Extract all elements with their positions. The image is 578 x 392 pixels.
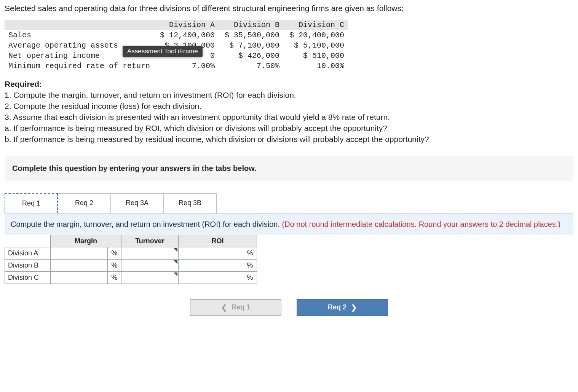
tab-instruction-main: Compute the margin, turnover, and return…: [11, 220, 282, 228]
row-minrate-b: 7.50%: [219, 61, 283, 71]
margin-c-unit: %: [108, 271, 121, 284]
answer-corner: [5, 235, 51, 247]
col-header-a: Division A: [154, 20, 219, 30]
required-line-3a: a. If performance is being measured by R…: [5, 123, 573, 134]
roi-a-input[interactable]: [179, 247, 243, 259]
answer-row-b-label: Division B: [5, 259, 51, 271]
row-assets-c: $ 5,100,000: [283, 40, 348, 51]
row-sales-b: $ 35,500,000: [219, 30, 283, 40]
roi-b-unit: %: [243, 259, 257, 271]
blank-header: [5, 20, 154, 30]
tabs-row: Req 1 Req 2 Req 3A Req 3B: [5, 193, 573, 214]
required-line-3b: b. If performance is being measured by r…: [5, 134, 573, 145]
tab-req2[interactable]: Req 2: [57, 193, 111, 214]
chevron-right-icon: ❯: [351, 303, 357, 312]
row-assets-b: $ 7,100,000: [219, 40, 283, 51]
margin-a-input[interactable]: [51, 247, 107, 259]
next-button[interactable]: Req 2 ❯: [297, 299, 388, 316]
required-line-1: 1. Compute the margin, turnover, and ret…: [5, 90, 573, 101]
row-minrate-a: 7.00%: [154, 61, 219, 71]
row-sales-a: $ 12,400,000: [154, 30, 219, 40]
margin-b-input[interactable]: [51, 260, 107, 271]
roi-b-input[interactable]: [179, 260, 243, 271]
row-noi-c: $ 510,000: [283, 51, 348, 61]
required-header: Required:: [5, 79, 573, 90]
turnover-c-input[interactable]: [121, 272, 178, 283]
required-line-2: 2. Compute the residual income (loss) fo…: [5, 101, 573, 112]
col-header-b: Division B: [219, 20, 283, 30]
prev-button-label: Req 1: [232, 303, 250, 311]
required-line-3: 3. Assume that each division is presente…: [5, 112, 573, 123]
table-row: Division A % %: [5, 247, 257, 259]
tab-req3b[interactable]: Req 3B: [163, 193, 217, 214]
answer-row-a-label: Division A: [5, 247, 51, 259]
tab-instruction: Compute the margin, turnover, and return…: [5, 214, 573, 235]
roi-c-input[interactable]: [179, 272, 243, 283]
answer-header-turnover: Turnover: [121, 235, 179, 247]
chevron-left-icon: ❮: [221, 303, 227, 312]
tab-req3a[interactable]: Req 3A: [110, 193, 164, 214]
row-minrate-c: 10.00%: [283, 61, 348, 71]
answer-table: Margin Turnover ROI Division A % % Divis…: [5, 235, 257, 284]
answer-header-margin: Margin: [51, 235, 121, 247]
row-minrate-label: Minimum required rate of return: [5, 61, 154, 71]
row-noi-b: $ 426,000: [219, 51, 283, 61]
instruction-band: Complete this question by entering your …: [5, 156, 573, 181]
nav-row: ❮ Req 1 Req 2 ❯: [5, 299, 573, 316]
tab-req1[interactable]: Req 1: [5, 193, 58, 214]
row-sales-label: Sales: [5, 30, 154, 40]
answer-row-c-label: Division C: [5, 271, 51, 284]
margin-b-unit: %: [108, 259, 121, 271]
turnover-b-input[interactable]: [121, 260, 178, 271]
intro-text: Selected sales and operating data for th…: [5, 4, 573, 13]
row-sales-c: $ 20,400,000: [283, 30, 348, 40]
col-header-c: Division C: [283, 20, 348, 30]
next-button-label: Req 2: [328, 303, 346, 311]
turnover-a-input[interactable]: [121, 247, 178, 259]
margin-c-input[interactable]: [51, 272, 107, 283]
answer-header-roi: ROI: [179, 235, 257, 247]
roi-a-unit: %: [243, 247, 257, 259]
margin-a-unit: %: [108, 247, 121, 259]
table-row: Division B % %: [5, 259, 257, 271]
roi-c-unit: %: [243, 271, 257, 284]
iframe-tooltip: Assessment Tool iFrame: [123, 46, 203, 57]
prev-button[interactable]: ❮ Req 1: [190, 299, 281, 316]
tab-instruction-hint: (Do not round intermediate calculations.…: [282, 220, 560, 228]
given-data-section: Division A Division B Division C Sales $…: [5, 20, 573, 71]
required-block: Required: 1. Compute the margin, turnove…: [5, 79, 573, 145]
table-row: Division C % %: [5, 271, 257, 284]
